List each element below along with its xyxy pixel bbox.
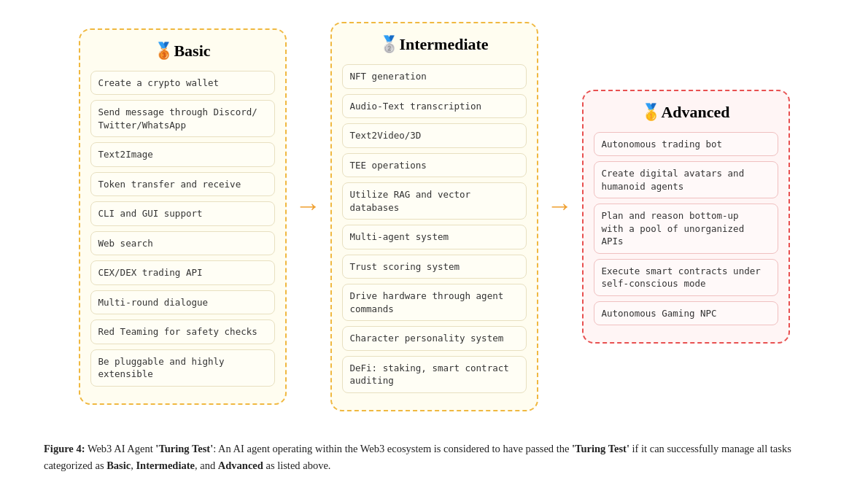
item-card-advanced-1: Create digital avatars and humanoid agen… xyxy=(594,161,778,198)
column-basic: 🥉BasicCreate a crypto walletSend message… xyxy=(79,28,287,405)
arrow-1: → xyxy=(538,190,582,221)
caption-title-bold: 'Turing Test' xyxy=(155,443,213,454)
medal-icon: 🥇 xyxy=(641,103,661,121)
item-card-intermediate-6: Trust scoring system xyxy=(342,255,527,279)
arrow-icon: → xyxy=(547,190,573,221)
item-card-intermediate-9: DeFi: staking, smart contract auditing xyxy=(342,356,527,393)
item-card-basic-9: Be pluggable and highly extensible xyxy=(90,349,275,387)
item-card-intermediate-8: Character personality system xyxy=(342,326,527,351)
item-card-intermediate-0: NFT generation xyxy=(342,64,527,89)
arrow-0: → xyxy=(287,190,330,221)
item-card-basic-8: Red Teaming for safety checks xyxy=(90,319,275,344)
figure-caption: Figure 4: Web3 AI Agent 'Turing Test': A… xyxy=(44,441,824,474)
figure-label: Figure 4: xyxy=(44,443,85,454)
item-card-basic-1: Send message through Discord/ Twitter/Wh… xyxy=(90,100,275,137)
item-card-basic-3: Token transfer and receive xyxy=(90,172,275,197)
medal-icon: 🥈 xyxy=(379,35,399,53)
item-card-intermediate-5: Multi-agent system xyxy=(342,225,527,249)
card-container-basic: 🥉BasicCreate a crypto walletSend message… xyxy=(79,28,287,405)
item-card-basic-4: CLI and GUI support xyxy=(90,201,275,226)
item-card-advanced-3: Execute smart contracts under self-consc… xyxy=(594,259,778,296)
arrow-icon: → xyxy=(295,190,322,221)
item-card-basic-5: Web search xyxy=(90,231,275,256)
item-card-intermediate-2: Text2Video/3D xyxy=(342,123,527,148)
column-intermediate: 🥈IntermediateNFT generationAudio-Text tr… xyxy=(330,22,538,411)
caption-bold4: Advanced xyxy=(218,460,263,471)
card-container-intermediate: 🥈IntermediateNFT generationAudio-Text tr… xyxy=(330,22,538,411)
item-card-intermediate-7: Drive hardware through agent commands xyxy=(342,284,527,321)
medal-icon: 🥉 xyxy=(154,42,174,60)
item-card-intermediate-1: Audio-Text transcription xyxy=(342,94,527,119)
diagram: 🥉BasicCreate a crypto walletSend message… xyxy=(44,22,824,411)
card-container-advanced: 🥇AdvancedAutonomous trading botCreate di… xyxy=(582,90,790,344)
column-title-intermediate: 🥈Intermediate xyxy=(342,35,527,54)
item-card-basic-7: Multi-round dialogue xyxy=(90,290,275,315)
item-card-advanced-2: Plan and reason bottom-up with a pool of… xyxy=(594,204,778,254)
caption-bold3: Intermediate xyxy=(136,460,195,471)
caption-bold1: 'Turing Test' xyxy=(572,443,629,454)
item-card-intermediate-4: Utilize RAG and vector databases xyxy=(342,182,527,220)
item-card-basic-0: Create a crypto wallet xyxy=(90,71,275,96)
item-card-advanced-4: Autonomous Gaming NPC xyxy=(594,301,778,326)
column-title-basic: 🥉Basic xyxy=(90,42,275,61)
item-card-advanced-0: Autonomous trading bot xyxy=(594,132,778,157)
item-card-intermediate-3: TEE operations xyxy=(342,153,527,178)
caption-bold2: Basic xyxy=(106,460,131,471)
column-title-advanced: 🥇Advanced xyxy=(594,103,778,122)
column-advanced: 🥇AdvancedAutonomous trading botCreate di… xyxy=(582,90,790,344)
item-card-basic-2: Text2Image xyxy=(90,142,275,167)
item-card-basic-6: CEX/DEX trading API xyxy=(90,260,275,285)
